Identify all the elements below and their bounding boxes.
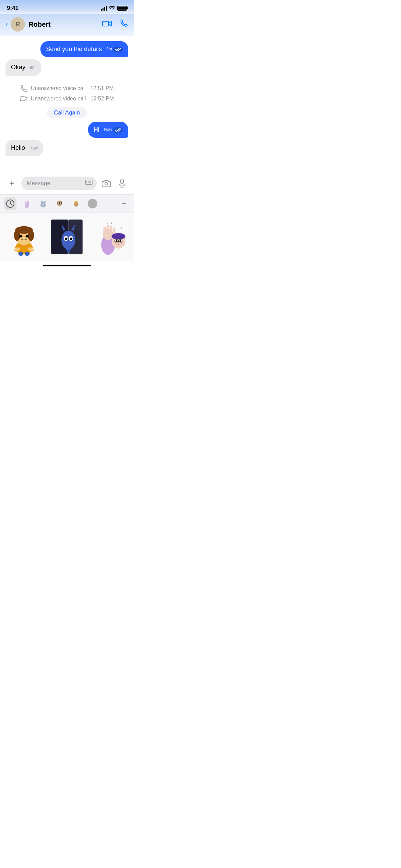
message-time: Now (29, 146, 38, 151)
video-call-button[interactable] (102, 20, 112, 29)
svg-rect-22 (28, 201, 29, 205)
message-meta: 9m (30, 65, 36, 71)
svg-rect-21 (27, 201, 28, 205)
read-receipt (113, 47, 123, 52)
wifi-icon (109, 5, 115, 11)
back-button[interactable]: ‹ (5, 20, 8, 29)
message-placeholder: Message (27, 180, 50, 187)
svg-rect-54 (68, 250, 69, 253)
message-row: Hi Now (5, 122, 128, 138)
keyboard-icon[interactable] (85, 180, 93, 188)
svg-line-18 (10, 204, 12, 205)
message-row: Okay 9m (5, 59, 128, 75)
video-call-item: Unanswered video call · 12:52 PM (20, 96, 114, 102)
add-button[interactable]: + (5, 177, 18, 190)
svg-point-50 (65, 238, 67, 240)
message-time: 9m (30, 65, 36, 71)
message-text: Hello (11, 144, 25, 151)
message-bubble-outgoing[interactable]: Send you the details 9m (40, 41, 128, 57)
svg-point-51 (70, 238, 72, 240)
svg-point-45 (61, 231, 75, 250)
signal-icon (101, 6, 107, 11)
sticker-tab-dot[interactable] (86, 197, 99, 210)
battery-icon (117, 6, 127, 11)
message-bubble-outgoing[interactable]: Hi Now (88, 122, 128, 138)
svg-point-65 (111, 233, 125, 239)
message-input-wrapper[interactable]: Message (21, 177, 97, 190)
input-area: + Message (0, 173, 134, 194)
svg-point-67 (119, 240, 121, 242)
sticker-item[interactable] (3, 216, 46, 258)
svg-point-29 (60, 202, 62, 204)
microphone-button[interactable] (116, 177, 128, 190)
svg-rect-1 (20, 97, 25, 101)
message-meta: Now (104, 127, 123, 133)
svg-rect-60 (103, 227, 106, 234)
svg-point-24 (41, 201, 43, 204)
message-text: Okay (11, 64, 25, 71)
chat-area: Send you the details 9m Okay 9m (0, 36, 134, 173)
sticker-item[interactable]: ✦ ✦ ✦ (88, 216, 131, 258)
svg-point-42 (25, 252, 30, 256)
sticker-tab-bar: + (0, 195, 134, 213)
svg-point-37 (20, 235, 23, 238)
svg-rect-20 (25, 201, 26, 205)
call-again-button[interactable]: Call Again (47, 107, 87, 118)
contact-avatar: R (11, 17, 25, 32)
status-time: 9:41 (7, 5, 19, 12)
svg-rect-55 (69, 250, 70, 253)
message-text: Send you the details (46, 46, 102, 52)
sticker-grid: ✦ ✦ ✦ (0, 213, 134, 261)
message-row: Send you the details 9m (5, 41, 128, 57)
svg-text:✦ ✦: ✦ ✦ (106, 222, 113, 225)
message-meta: 9m (106, 47, 123, 52)
phone-call-button[interactable] (119, 19, 128, 30)
svg-rect-0 (102, 21, 109, 26)
svg-point-25 (44, 201, 46, 204)
svg-rect-2 (85, 180, 92, 184)
video-call-text: Unanswered video call · 12:52 PM (31, 96, 114, 102)
svg-rect-61 (106, 225, 109, 233)
svg-point-12 (105, 182, 108, 185)
sticker-tray: + (0, 194, 134, 261)
message-text: Hi (94, 126, 99, 133)
read-receipt (113, 127, 123, 133)
message-time: 9m (106, 47, 112, 52)
svg-point-35 (14, 230, 20, 241)
svg-point-66 (116, 240, 118, 242)
call-info: Unanswered voice call · 12:51 PM Unanswe… (5, 78, 128, 122)
message-meta: Now (29, 146, 38, 151)
home-bar (43, 265, 91, 266)
svg-rect-63 (113, 228, 115, 234)
message-time: Now (104, 127, 112, 133)
svg-point-26 (42, 204, 44, 206)
sticker-tab-1[interactable] (21, 197, 33, 210)
message-bubble-incoming[interactable]: Okay 9m (5, 59, 41, 75)
voice-call-text: Unanswered voice call · 12:51 PM (31, 85, 114, 92)
sticker-tab-4[interactable] (70, 197, 82, 210)
voice-call-item: Unanswered voice call · 12:51 PM (20, 85, 114, 92)
header-actions (102, 19, 128, 30)
camera-button[interactable] (100, 177, 112, 190)
svg-rect-62 (110, 226, 112, 233)
home-indicator (0, 261, 134, 269)
contact-name: Robert (28, 21, 102, 28)
svg-rect-53 (67, 250, 68, 253)
status-bar: 9:41 (0, 0, 134, 14)
svg-point-38 (26, 235, 29, 238)
message-row: Hello Now (5, 140, 128, 156)
sticker-tab-2[interactable] (37, 197, 49, 210)
sticker-tab-recent[interactable] (4, 197, 16, 210)
sticker-tab-3[interactable] (53, 197, 66, 210)
message-bubble-incoming[interactable]: Hello Now (5, 140, 43, 156)
svg-point-31 (74, 202, 78, 207)
svg-rect-13 (121, 179, 123, 184)
sticker-add-button[interactable]: + (119, 198, 130, 209)
svg-text:✦: ✦ (121, 227, 123, 230)
svg-point-41 (19, 252, 24, 256)
sticker-item[interactable] (46, 216, 88, 258)
svg-point-28 (58, 202, 60, 204)
chat-header: ‹ R Robert (0, 14, 134, 36)
svg-point-36 (28, 230, 34, 241)
status-icons (101, 5, 127, 11)
